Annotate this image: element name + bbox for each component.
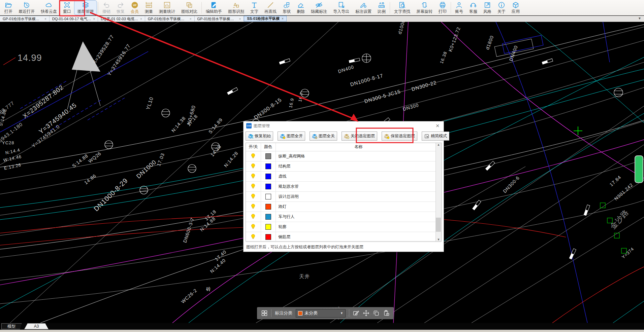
dialog-button-layers-keep-selected[interactable]: 保留选定图层: [382, 132, 417, 141]
edit-icon[interactable]: [353, 310, 359, 317]
layer-color-swatch[interactable]: [265, 174, 271, 179]
side-panel-handle[interactable]: [635, 155, 643, 183]
toolbar-button-layers[interactable]: 图层管理: [74, 0, 97, 15]
tab-close-icon[interactable]: ×: [239, 17, 241, 21]
copy-icon[interactable]: [373, 310, 380, 317]
tab-close-icon[interactable]: ×: [44, 17, 46, 21]
layer-name[interactable]: 路灯: [276, 201, 441, 212]
layer-row[interactable]: 设计总说明: [246, 191, 441, 201]
toolbar-button-style[interactable]: 风格: [480, 0, 494, 15]
layer-color-swatch[interactable]: [265, 204, 271, 210]
layer-row[interactable]: 路灯: [246, 201, 441, 212]
layer-row[interactable]: 轮廓: [246, 222, 441, 232]
toolbar-button-recent-open[interactable]: 最近打开: [15, 0, 38, 15]
layer-name[interactable]: 纵断_高程网格: [276, 151, 441, 161]
layer-row[interactable]: 纵断_高程网格: [246, 151, 441, 161]
annotation-category-dropdown[interactable]: 未分类 ▼: [296, 309, 346, 318]
chevron-down-icon: ▼: [340, 311, 343, 315]
toolbar-button-measure-stats[interactable]: 测量统计: [156, 0, 178, 15]
toolbar-button-cloud[interactable]: 快看云盘: [38, 0, 60, 15]
layer-row[interactable]: 车与行人: [246, 212, 441, 222]
layer-color-swatch[interactable]: [265, 214, 271, 220]
toolbar-button-folder-open[interactable]: 打开: [1, 0, 15, 15]
sheet-tab-a3[interactable]: A3: [24, 323, 49, 329]
horizontal-scroll-strip[interactable]: [0, 330, 644, 332]
scroll-up-icon[interactable]: ▲: [437, 143, 440, 146]
layer-color-swatch[interactable]: [265, 234, 271, 240]
layer-table-container: 开/关颜色名称纵断_高程网格结构层虚线规划原水管设计总说明路灯车与行人轮廓钢筋层…: [246, 143, 442, 242]
bulb-on-icon[interactable]: [251, 153, 256, 158]
sheet-tab-model[interactable]: 模型: [1, 323, 22, 329]
paste-icon[interactable]: [383, 310, 390, 317]
layer-color-swatch[interactable]: [265, 163, 271, 169]
toolbar-button-eraser[interactable]: 删除: [294, 0, 308, 15]
tab-close-icon[interactable]: ×: [93, 17, 95, 21]
dialog-button-layers-all-on[interactable]: 图层全开: [278, 132, 305, 141]
layer-name[interactable]: 规划原水管: [276, 181, 441, 191]
bulb-on-icon[interactable]: [251, 234, 256, 239]
layer-color-swatch[interactable]: [265, 224, 271, 230]
toolbar-button-text-search[interactable]: A文字查找: [391, 0, 413, 15]
move-icon[interactable]: [363, 310, 369, 317]
layer-row[interactable]: 结构层: [246, 161, 441, 171]
document-tab[interactable]: DQ-01-04 09-17 电气…×: [50, 16, 98, 22]
grid-icon[interactable]: [261, 310, 268, 317]
dialog-button-layers-reset[interactable]: 恢复初始: [246, 132, 273, 141]
toolbar-button-text[interactable]: 文字: [247, 0, 261, 15]
dialog-button-simple-mode[interactable]: 精简模式: [422, 132, 449, 141]
toolbar-button-drawing-compare[interactable]: 图纸对比: [178, 0, 200, 15]
toolbar-button-measure[interactable]: 测量: [142, 0, 156, 15]
document-tab[interactable]: GP-01给排水平纵横变…×: [0, 16, 50, 22]
dialog-button-layers-all-off[interactable]: 图层全关: [310, 132, 337, 141]
bulb-on-icon[interactable]: [251, 214, 256, 219]
layer-name[interactable]: 车与行人: [276, 212, 441, 222]
layer-name[interactable]: 钢筋层: [276, 232, 441, 242]
layer-name[interactable]: 设计总说明: [276, 191, 441, 201]
tab-close-icon[interactable]: ×: [140, 17, 142, 21]
toolbar-button-scale[interactable]: A:B比例: [375, 0, 389, 15]
layer-name[interactable]: 虚线: [276, 171, 441, 181]
toolbar-button-shape-recognition[interactable]: 图形识别: [225, 0, 247, 15]
tab-close-icon[interactable]: ×: [282, 17, 284, 21]
layer-row[interactable]: 虚线: [246, 171, 441, 181]
toolbar-button-apps[interactable]: 应用: [509, 0, 523, 15]
layer-color-swatch[interactable]: [265, 184, 271, 189]
layer-name[interactable]: 结构层: [276, 161, 441, 171]
toolbar-button-vip[interactable]: VIP会员: [128, 0, 142, 15]
layer-color-swatch[interactable]: [265, 153, 271, 159]
toolbar-button-draw-line[interactable]: 画直线: [261, 0, 280, 15]
bulb-on-icon[interactable]: [251, 163, 256, 169]
toolbar-button-account[interactable]: 账号: [452, 0, 466, 15]
bulb-on-icon[interactable]: [251, 224, 256, 229]
close-icon[interactable]: ✕: [434, 123, 441, 128]
toolbar-button-support[interactable]: 客服: [466, 0, 480, 15]
toolbar-button-print[interactable]: 打印: [436, 0, 450, 15]
dialog-button-layers-close-selected[interactable]: 关闭选定图层: [342, 132, 377, 141]
toolbar-button-import-export[interactable]: 导入导出: [330, 0, 352, 15]
bulb-on-icon[interactable]: [251, 173, 256, 179]
toolbar-button-screen-rotate[interactable]: 屏幕旋转: [413, 0, 436, 15]
bulb-on-icon[interactable]: [251, 204, 256, 209]
bulb-on-icon[interactable]: [251, 183, 256, 189]
scrollbar-thumb[interactable]: [436, 218, 441, 232]
document-tab[interactable]: GP-01给排水平纵横变…×: [145, 16, 195, 22]
document-tab[interactable]: SS-01给排水平纵横×: [244, 16, 286, 22]
layer-row[interactable]: 钢筋层: [246, 232, 441, 242]
scroll-down-icon[interactable]: ▼: [437, 238, 440, 241]
layer-row[interactable]: 规划原水管: [246, 181, 441, 191]
toolbar-button-hide-annotation[interactable]: 隐藏标注: [308, 0, 330, 15]
apps-icon: [512, 1, 519, 9]
bulb-on-icon[interactable]: [251, 193, 256, 199]
toolbar-button-about[interactable]: 关于: [494, 0, 509, 15]
document-tab[interactable]: GP-01给排水平纵横变…×: [195, 16, 244, 22]
toolbar-button-annotation-settings[interactable]: 标注设置: [352, 0, 375, 15]
dialog-title-bar[interactable]: CAD 图层管理 ✕: [244, 121, 444, 130]
toolbar-button-window[interactable]: 窗口: [60, 0, 74, 15]
toolbar-button-edit-assistant[interactable]: 编辑助手: [203, 0, 225, 15]
layer-name[interactable]: 轮廓: [276, 222, 441, 232]
tab-overflow-chevron-down-icon[interactable]: ▼: [638, 16, 644, 22]
document-tab[interactable]: DQ变-01 02-03 电缆…×: [98, 16, 145, 22]
tab-close-icon[interactable]: ×: [190, 17, 192, 21]
layer-color-swatch[interactable]: [265, 194, 271, 199]
toolbar-button-shapes[interactable]: 形状: [280, 0, 294, 15]
